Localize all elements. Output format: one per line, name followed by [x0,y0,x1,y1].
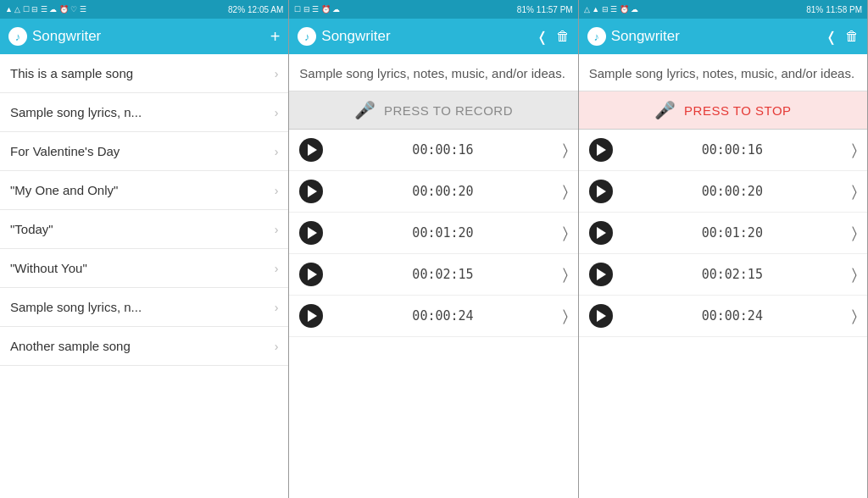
recording-item: 00:00:16 〉 [289,130,577,171]
status-bar-1: ▲ △ ☐ ⊟ ☰ ☁ ⏰ ♡ ☰ 82% 12:05 AM [0,0,288,19]
app-bar-2: ♪ Songwriter ❬ 🗑 [289,19,577,54]
time-3: 11:58 PM [826,5,862,14]
record-section-3[interactable]: 🎤 PRESS TO STOP [579,91,867,130]
battery-2: 81% [517,5,534,14]
record-button-3[interactable]: PRESS TO STOP [684,103,792,118]
chevron-icon: › [275,301,279,314]
list-item[interactable]: Another sample song › [0,327,288,366]
share-icon[interactable]: 〉 [563,307,568,325]
recording-item: 00:02:15 〉 [289,254,577,296]
list-item[interactable]: "Without You" › [0,249,288,288]
add-icon-1[interactable]: + [270,27,281,47]
song-title: "Without You" [10,261,275,275]
battery-1: 82% [228,5,245,14]
status-right-2: 81% 11:57 PM [517,5,573,14]
recording-time: 00:01:20 [323,225,562,241]
status-right-3: 81% 11:58 PM [806,5,862,14]
list-item[interactable]: Sample song lyrics, n... › [0,288,288,327]
share-icon[interactable]: 〉 [563,183,568,201]
logo-note-3: ♪ [593,30,599,43]
recordings-list-3: 00:00:16 〉 00:00:20 〉 00:01:20 〉 00:02:1… [579,130,867,498]
play-button[interactable] [299,138,323,162]
time-1: 12:05 AM [248,5,283,14]
play-button[interactable] [589,221,613,245]
share-icon[interactable]: 〉 [852,307,857,325]
list-item[interactable]: This is a sample song › [0,54,288,93]
song-detail-3: Sample song lyrics, notes, music, and/or… [579,54,867,498]
chevron-icon: › [275,106,279,119]
play-button[interactable] [299,221,323,245]
recording-item: 00:00:16 〉 [579,130,867,171]
share-icon[interactable]: 〉 [852,141,857,159]
song-title: "Today" [10,222,275,236]
share-icon[interactable]: 〉 [852,183,857,201]
song-notes-2: Sample song lyrics, notes, music, and/or… [289,54,577,91]
list-item[interactable]: For Valentine's Day › [0,132,288,171]
play-button[interactable] [589,263,613,286]
recording-time: 00:00:24 [323,308,562,324]
panel-song-detail-active: △ ▲ ⊟ ☰ ⏰ ☁ 81% 11:58 PM ♪ Songwriter ❬ … [579,0,868,498]
play-button[interactable] [589,180,613,203]
share-icon[interactable]: 〉 [563,141,568,159]
play-button[interactable] [299,263,323,286]
song-title: "My One and Only" [10,183,275,197]
app-bar-1: ♪ Songwriter + [0,19,288,54]
share-icon[interactable]: 〉 [852,224,857,242]
recording-time: 00:00:24 [613,308,852,324]
list-item[interactable]: "Today" › [0,210,288,249]
recording-time: 00:00:16 [613,142,852,158]
mic-icon-2: 🎤 [354,100,376,120]
logo-note-1: ♪ [15,30,21,43]
song-title: Sample song lyrics, n... [10,300,275,314]
app-bar-3: ♪ Songwriter ❬ 🗑 [579,19,867,54]
chevron-icon: › [275,145,279,158]
app-logo-3: ♪ [587,27,606,46]
chevron-icon: › [275,223,279,236]
time-2: 11:57 PM [537,5,573,14]
recording-item: 00:01:20 〉 [579,213,867,254]
status-icons-2: ☐ ⊟ ☰ ⏰ ☁ [294,5,340,14]
recording-item: 00:00:24 〉 [579,296,867,337]
logo-note-2: ♪ [304,30,310,43]
play-button[interactable] [299,180,323,203]
recording-time: 00:00:16 [323,142,562,158]
recording-item: 00:00:24 〉 [289,296,577,337]
play-button[interactable] [589,304,613,328]
list-item[interactable]: "My One and Only" › [0,171,288,210]
song-notes-3: Sample song lyrics, notes, music, and/or… [579,54,867,91]
share-icon[interactable]: 〉 [563,266,568,284]
chevron-icon: › [275,67,279,80]
recording-item: 00:00:20 〉 [289,171,577,213]
battery-3: 81% [806,5,823,14]
status-bar-2: ☐ ⊟ ☰ ⏰ ☁ 81% 11:57 PM [289,0,577,19]
recording-time: 00:02:15 [323,267,562,282]
status-left-1: ▲ △ ☐ ⊟ ☰ ☁ ⏰ ♡ ☰ [5,5,86,14]
share-icon[interactable]: 〉 [563,224,568,242]
play-button[interactable] [299,304,323,328]
app-logo-2: ♪ [298,27,316,46]
app-title-2: Songwriter [321,28,527,45]
status-icons-1: ▲ △ ☐ ⊟ ☰ ☁ ⏰ ♡ ☰ [5,5,86,14]
delete-appbar-icon-2[interactable]: 🗑 [556,29,570,44]
mic-icon-3: 🎤 [654,100,676,120]
song-title: This is a sample song [10,66,275,80]
status-right-1: 82% 12:05 AM [228,5,283,14]
list-item[interactable]: Sample song lyrics, n... › [0,93,288,132]
share-appbar-icon-3[interactable]: ❬ [826,29,837,45]
app-logo-1: ♪ [8,27,27,46]
status-icons-3: △ ▲ ⊟ ☰ ⏰ ☁ [584,5,638,14]
record-button-2[interactable]: PRESS TO RECORD [384,103,513,118]
song-title: For Valentine's Day [10,144,275,158]
app-title-1: Songwriter [32,28,262,45]
delete-appbar-icon-3[interactable]: 🗑 [845,29,859,44]
song-title: Sample song lyrics, n... [10,105,275,119]
record-section-2[interactable]: 🎤 PRESS TO RECORD [289,91,577,130]
share-appbar-icon-2[interactable]: ❬ [537,29,548,45]
share-icon[interactable]: 〉 [852,266,857,284]
panel-song-detail-idle: ☐ ⊟ ☰ ⏰ ☁ 81% 11:57 PM ♪ Songwriter ❬ 🗑 … [289,0,578,498]
song-list: This is a sample song › Sample song lyri… [0,54,288,498]
recording-time: 00:00:20 [613,184,852,199]
play-button[interactable] [589,138,613,162]
song-detail-2: Sample song lyrics, notes, music, and/or… [289,54,577,498]
recording-item: 00:02:15 〉 [579,254,867,296]
